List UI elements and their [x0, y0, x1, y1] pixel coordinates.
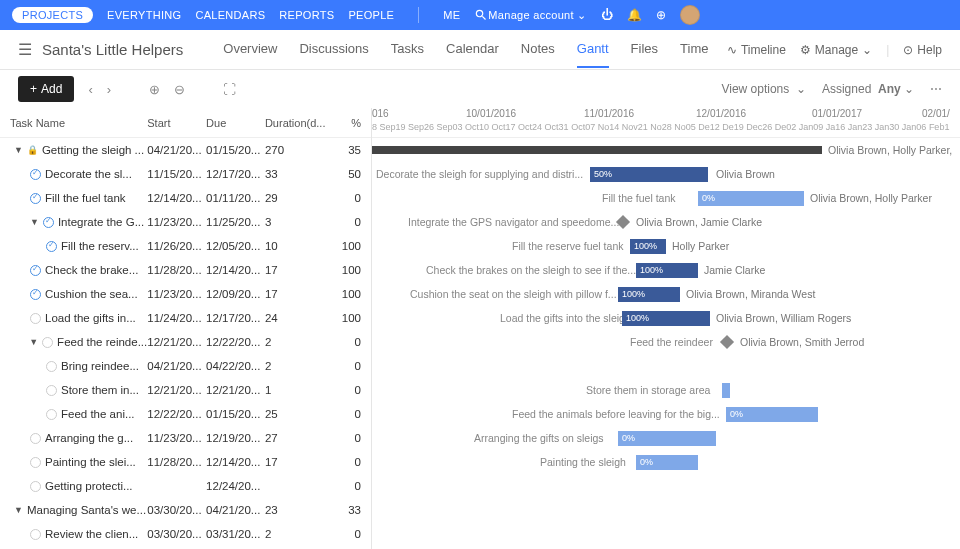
avatar[interactable]	[680, 5, 700, 25]
nav-calendars[interactable]: CALENDARS	[195, 9, 265, 21]
check-icon[interactable]	[30, 193, 41, 204]
hamburger-icon[interactable]: ☰	[18, 40, 32, 59]
check-icon[interactable]	[46, 409, 57, 420]
check-icon[interactable]	[30, 529, 41, 540]
gantt-bar[interactable]: 100%	[618, 287, 680, 302]
cell-pct: 100	[330, 288, 361, 300]
table-row[interactable]: Check the brake...11/28/20...12/14/20...…	[0, 258, 371, 282]
nav-people[interactable]: PEOPLE	[348, 9, 394, 21]
check-icon[interactable]	[46, 385, 57, 396]
table-row[interactable]: Fill the fuel tank12/14/20...01/11/20...…	[0, 186, 371, 210]
task-name-text: Cushion the sea...	[45, 288, 138, 300]
check-icon[interactable]	[42, 337, 53, 348]
tab-tasks[interactable]: Tasks	[391, 31, 424, 68]
nav-me[interactable]: ME	[443, 9, 460, 21]
view-options[interactable]: View options ⌄	[721, 82, 806, 96]
caret-icon[interactable]: ▼	[14, 145, 23, 155]
table-row[interactable]: Cushion the sea...11/23/20...12/09/20...…	[0, 282, 371, 306]
table-row[interactable]: Store them in...12/21/20...12/21/20...10	[0, 378, 371, 402]
caret-icon[interactable]: ▼	[14, 505, 23, 515]
bar-label: Cushion the seat on the sleigh with pill…	[410, 288, 617, 300]
tab-notes[interactable]: Notes	[521, 31, 555, 68]
check-icon[interactable]	[30, 265, 41, 276]
table-row[interactable]: Feed the ani...12/22/20...01/15/20...250	[0, 402, 371, 426]
add-user-icon[interactable]: ⊕	[656, 8, 666, 22]
summary-bar[interactable]	[372, 146, 822, 154]
col-task-name[interactable]: Task Name	[10, 117, 147, 129]
gantt-bar[interactable]: 0%	[636, 455, 698, 470]
col-due[interactable]: Due	[206, 117, 265, 129]
cell-dur: 2	[265, 336, 330, 348]
gantt-bar[interactable]: 0%	[698, 191, 804, 206]
cell-due: 12/24/20...	[206, 480, 265, 492]
check-icon[interactable]	[30, 289, 41, 300]
table-row[interactable]: Review the clien...03/30/20...03/31/20..…	[0, 522, 371, 546]
table-row[interactable]: ▼🔒Getting the sleigh ...04/21/20...01/15…	[0, 138, 371, 162]
bar-label: Feed the animals before leaving for the …	[512, 408, 720, 420]
check-icon[interactable]	[30, 169, 41, 180]
bar-label: Decorate the sleigh for supplying and di…	[376, 168, 583, 180]
tab-time[interactable]: Time	[680, 31, 708, 68]
check-icon[interactable]	[30, 481, 41, 492]
manage-account[interactable]: Manage account ⌄	[488, 9, 586, 22]
check-icon[interactable]	[30, 313, 41, 324]
next-icon[interactable]: ›	[107, 82, 111, 97]
expand-icon[interactable]: ⛶	[223, 82, 236, 97]
task-name-text: Check the brake...	[45, 264, 138, 276]
table-row[interactable]: Painting the slei...11/28/20...12/14/20.…	[0, 450, 371, 474]
search-icon[interactable]	[474, 8, 488, 22]
nav-projects[interactable]: PROJECTS	[12, 7, 93, 23]
cell-due: 12/21/20...	[206, 384, 265, 396]
table-row[interactable]: Load the gifts in...11/24/20...12/17/20.…	[0, 306, 371, 330]
nav-everything[interactable]: EVERYTHING	[107, 9, 181, 21]
tab-overview[interactable]: Overview	[223, 31, 277, 68]
bell-icon[interactable]: 🔔	[627, 8, 642, 22]
cell-pct: 0	[330, 192, 361, 204]
prev-icon[interactable]: ‹	[88, 82, 92, 97]
tab-gantt[interactable]: Gantt	[577, 31, 609, 68]
help-button[interactable]: ⊙Help	[903, 43, 942, 57]
table-row[interactable]: Arranging the g...11/23/20...12/19/20...…	[0, 426, 371, 450]
check-icon[interactable]	[30, 457, 41, 468]
gantt-bar[interactable]	[722, 383, 730, 398]
col-start[interactable]: Start	[147, 117, 206, 129]
table-row[interactable]: Decorate the sl...11/15/20...12/17/20...…	[0, 162, 371, 186]
nav-reports[interactable]: REPORTS	[279, 9, 334, 21]
check-icon[interactable]	[46, 361, 57, 372]
table-row[interactable]: ▼Feed the reinde...12/21/20...12/22/20..…	[0, 330, 371, 354]
gantt-bar[interactable]: 0%	[726, 407, 818, 422]
table-row[interactable]: ▼Managing Santa's we...03/30/20...04/21/…	[0, 498, 371, 522]
manage-button[interactable]: ⚙Manage ⌄	[800, 43, 872, 57]
gantt-bar[interactable]: 50%	[590, 167, 708, 182]
col-percent[interactable]: %	[330, 117, 361, 129]
table-row[interactable]: Bring reindee...04/21/20...04/22/20...20	[0, 354, 371, 378]
table-row[interactable]: ▼Integrate the G...11/23/20...11/25/20..…	[0, 210, 371, 234]
zoom-in-icon[interactable]: ⊕	[149, 82, 160, 97]
timeline-button[interactable]: ∿Timeline	[727, 43, 786, 57]
caret-icon[interactable]: ▼	[29, 337, 38, 347]
assignee-label: Olivia Brown, Holly Parker,	[828, 144, 952, 156]
cell-start: 11/26/20...	[147, 240, 206, 252]
gantt-bar[interactable]: 0%	[618, 431, 716, 446]
milestone-icon[interactable]	[720, 335, 734, 349]
more-icon[interactable]: ⋯	[930, 82, 942, 96]
gantt-bar[interactable]: 100%	[636, 263, 698, 278]
table-row[interactable]: Getting protecti...12/24/20...0	[0, 474, 371, 498]
tab-files[interactable]: Files	[631, 31, 658, 68]
table-row[interactable]: Fill the reserv...11/26/20...12/05/20...…	[0, 234, 371, 258]
tab-calendar[interactable]: Calendar	[446, 31, 499, 68]
gantt-bar[interactable]: 100%	[622, 311, 710, 326]
check-icon[interactable]	[43, 217, 54, 228]
zoom-out-icon[interactable]: ⊖	[174, 82, 185, 97]
assigned-filter[interactable]: Assigned Any ⌄	[822, 82, 914, 96]
gantt-chart[interactable]: 01610/01/201611/01/201612/01/201601/01/2…	[372, 108, 960, 549]
tab-discussions[interactable]: Discussions	[299, 31, 368, 68]
power-icon[interactable]: ⏻	[601, 8, 613, 22]
caret-icon[interactable]: ▼	[30, 217, 39, 227]
gantt-bar[interactable]: 100%	[630, 239, 666, 254]
check-icon[interactable]	[46, 241, 57, 252]
check-icon[interactable]	[30, 433, 41, 444]
add-button[interactable]: +Add	[18, 76, 74, 102]
month-label: 02/01/	[922, 108, 950, 119]
col-duration[interactable]: Duration(d...	[265, 117, 330, 129]
